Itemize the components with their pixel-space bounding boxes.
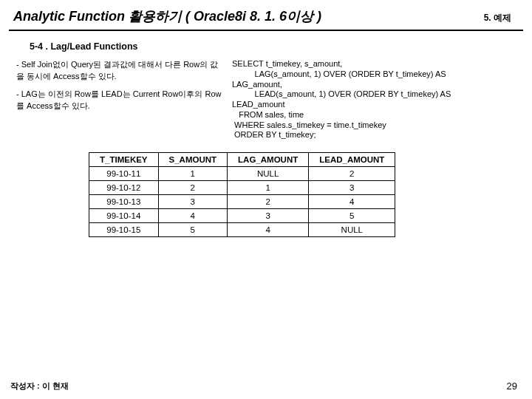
table-cell: 5 [309, 209, 395, 223]
content-row: - Self Join없이 Query된 결과값에 대해서 다른 Row의 값을… [0, 56, 532, 140]
table-cell: 1 [158, 167, 228, 181]
table-cell: 99-10-15 [89, 223, 159, 237]
table-cell: 99-10-11 [89, 167, 159, 181]
col-header: LEAD_AMOUNT [309, 153, 395, 167]
table-cell: NULL [228, 167, 309, 181]
table-row: 99-10-12 2 1 3 [89, 181, 395, 195]
table-cell: 4 [309, 195, 395, 209]
page-number: 29 [507, 381, 517, 392]
table-cell: 4 [158, 209, 228, 223]
author-label: 작성자 : 이 현재 [10, 381, 69, 392]
desc-paragraph-2: - LAG는 이전의 Row를 LEAD는 Current Row이후의 Row… [16, 89, 223, 112]
table-cell: 3 [228, 209, 309, 223]
section-heading: 5-4 . Lag/Lead Functions [0, 37, 532, 56]
slide-header: Analytic Function 활용하기 ( Oracle8i 8. 1. … [0, 0, 532, 30]
table-cell: 99-10-12 [89, 181, 159, 195]
table-row: 99-10-15 5 4 NULL [89, 223, 395, 237]
table-cell: 3 [309, 181, 395, 195]
col-header: LAG_AMOUNT [228, 153, 309, 167]
slide-footer: 작성자 : 이 현재 29 [0, 381, 532, 392]
page-title: Analytic Function 활용하기 ( Oracle8i 8. 1. … [13, 7, 484, 25]
table-row: 99-10-13 3 2 4 [89, 195, 395, 209]
table-cell: 2 [228, 195, 309, 209]
result-table: T_TIMEKEY S_AMOUNT LAG_AMOUNT LEAD_AMOUN… [89, 152, 395, 237]
table-cell: 4 [228, 223, 309, 237]
table-cell: 2 [309, 167, 395, 181]
result-table-wrapper: T_TIMEKEY S_AMOUNT LAG_AMOUNT LEAD_AMOUN… [0, 140, 532, 237]
header-divider [9, 30, 523, 31]
table-cell: 5 [158, 223, 228, 237]
table-cell: 1 [228, 181, 309, 195]
table-header-row: T_TIMEKEY S_AMOUNT LAG_AMOUNT LEAD_AMOUN… [89, 153, 395, 167]
table-cell: 99-10-14 [89, 209, 159, 223]
table-row: 99-10-11 1 NULL 2 [89, 167, 395, 181]
desc-paragraph-1: - Self Join없이 Query된 결과값에 대해서 다른 Row의 값을… [16, 59, 223, 83]
table-cell: NULL [309, 223, 395, 237]
table-body: 99-10-11 1 NULL 2 99-10-12 2 1 3 99-10-1… [89, 167, 395, 237]
chapter-label: 5. 예제 [484, 12, 519, 24]
description-column: - Self Join없이 Query된 결과값에 대해서 다른 Row의 값을… [16, 59, 223, 140]
col-header: S_AMOUNT [158, 153, 228, 167]
table-cell: 99-10-13 [89, 195, 159, 209]
col-header: T_TIMEKEY [89, 153, 159, 167]
table-cell: 2 [158, 181, 228, 195]
table-cell: 3 [158, 195, 228, 209]
sql-code-block: SELECT t_timekey, s_amount, LAG(s_amount… [232, 59, 516, 140]
table-row: 99-10-14 4 3 5 [89, 209, 395, 223]
